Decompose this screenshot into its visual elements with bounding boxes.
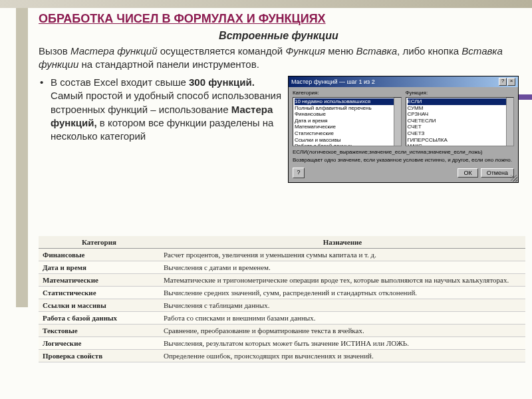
formula-preview: ЕСЛИ(логическое_выражение;значение_если_… bbox=[293, 149, 514, 155]
table-header-category: Категория bbox=[39, 236, 160, 249]
list-item[interactable]: Финансовые bbox=[295, 111, 400, 118]
intro-text: Вызов bbox=[39, 45, 70, 57]
intro-text: меню bbox=[325, 45, 356, 57]
close-icon[interactable]: × bbox=[507, 78, 515, 86]
category-cell: Дата и время bbox=[39, 261, 160, 274]
table-header-purpose: Назначение bbox=[160, 236, 525, 249]
list-item[interactable]: Дата и время bbox=[295, 118, 400, 124]
function-wizard-dialog: Мастер функций — шаг 1 из 2 ? × Категори… bbox=[288, 76, 519, 183]
table-row: Проверка свойствОпределение ошибок, прои… bbox=[39, 350, 525, 362]
list-item[interactable]: ЕСЛИ bbox=[408, 98, 513, 105]
table-row: СтатистическиеВычисление средних значени… bbox=[39, 287, 525, 299]
table-row: ТекстовыеСравнение, преобразование и фор… bbox=[39, 325, 525, 337]
category-cell: Текстовые bbox=[39, 325, 160, 337]
page-title: ОБРАБОТКА ЧИСЕЛ В ФОРМУЛАХ И ФУНКЦИЯХ bbox=[39, 12, 519, 26]
list-item[interactable]: Математические bbox=[295, 124, 400, 130]
decoration-left-stripe bbox=[16, 8, 28, 307]
intro-text: на стандартной панели инструментов. bbox=[78, 59, 259, 70]
cancel-button[interactable]: Отмена bbox=[481, 168, 514, 178]
purpose-cell: Расчет процентов, увеличения и уменьшени… bbox=[160, 249, 525, 261]
intro-emph: Мастера функций bbox=[70, 45, 158, 57]
list-item[interactable]: Работа с базой данных bbox=[295, 143, 400, 146]
list-item[interactable]: ГИПЕРССЫЛКА bbox=[408, 137, 513, 144]
function-label: Функция: bbox=[406, 90, 515, 96]
intro-emph: Функция bbox=[285, 45, 325, 57]
intro-emph: Вставка bbox=[356, 45, 397, 57]
category-cell: Проверка свойств bbox=[39, 350, 160, 362]
list-item[interactable]: СРЗНАЧ bbox=[408, 111, 513, 118]
table-row: ЛогическиеВычисления, результатом которы… bbox=[39, 337, 525, 350]
intro-paragraph: Вызов Мастера функций осуществляется ком… bbox=[39, 45, 519, 70]
table-row: Дата и времяВычисления с датами и времен… bbox=[39, 261, 525, 274]
subtitle: Встроенные функции bbox=[39, 30, 519, 42]
list-item[interactable]: СЧЕТ bbox=[408, 124, 513, 130]
decoration-top-stripe bbox=[0, 0, 532, 8]
category-cell: Статистические bbox=[39, 287, 160, 299]
intro-text: осуществляется командой bbox=[157, 45, 285, 57]
purpose-cell: Вычисления с датами и временем. bbox=[160, 261, 525, 274]
list-item[interactable]: МАКС bbox=[408, 143, 513, 146]
purpose-cell: Работа со списками и внешними базами дан… bbox=[160, 312, 525, 325]
categories-table: Категория Назначение ФинансовыеРасчет пр… bbox=[39, 236, 525, 362]
ok-button[interactable]: ОК bbox=[458, 168, 477, 178]
purpose-cell: Математические и тригонометрические опер… bbox=[160, 274, 525, 287]
list-item[interactable]: Статистические bbox=[295, 130, 400, 137]
help-icon[interactable]: ? bbox=[499, 78, 507, 86]
function-listbox[interactable]: ЕСЛИСУММСРЗНАЧСЧЕТЕСЛИСЧЕТСЧЕТЗГИПЕРССЫЛ… bbox=[406, 97, 515, 146]
category-listbox[interactable]: 10 недавно использовавшихсяПолный алфави… bbox=[293, 97, 402, 146]
list-item[interactable]: Полный алфавитный перечень bbox=[295, 105, 400, 112]
table-row: ФинансовыеРасчет процентов, увеличения и… bbox=[39, 249, 525, 261]
list-item[interactable]: СУММ bbox=[408, 105, 513, 112]
resize-grip-icon[interactable] bbox=[511, 175, 517, 182]
list-item[interactable]: СЧЕТЕСЛИ bbox=[408, 118, 513, 124]
function-description: Возвращает одно значение, если указанное… bbox=[293, 157, 514, 164]
category-cell: Финансовые bbox=[39, 249, 160, 261]
context-help-button[interactable]: ? bbox=[293, 168, 305, 178]
list-item[interactable]: Ссылки и массивы bbox=[295, 137, 400, 144]
purpose-cell: Сравнение, преобразование и форматирован… bbox=[160, 325, 525, 337]
bullet-text: В состав Excel входит свыше 300 функций.… bbox=[39, 76, 283, 183]
scrollbar[interactable] bbox=[394, 98, 401, 146]
category-label: Категория: bbox=[293, 90, 402, 96]
table-row: МатематическиеМатематические и тригономе… bbox=[39, 274, 525, 287]
list-item[interactable]: СЧЕТЗ bbox=[408, 130, 513, 137]
category-cell: Работа с базой данных bbox=[39, 312, 160, 325]
dialog-titlebar[interactable]: Мастер функций — шаг 1 из 2 ? × bbox=[289, 76, 518, 87]
purpose-cell: Вычисления с таблицами данных. bbox=[160, 299, 525, 312]
list-item[interactable]: 10 недавно использовавшихся bbox=[295, 98, 400, 105]
category-cell: Математические bbox=[39, 274, 160, 287]
purpose-cell: Вычисление средних значений, сумм, распр… bbox=[160, 287, 525, 299]
dialog-title-text: Мастер функций — шаг 1 из 2 bbox=[291, 78, 375, 85]
category-cell: Ссылки и массивы bbox=[39, 299, 160, 312]
intro-text: , либо кнопка bbox=[397, 45, 462, 57]
scrollbar[interactable] bbox=[506, 98, 513, 146]
table-row: Ссылки и массивыВычисления с таблицами д… bbox=[39, 299, 525, 312]
table-row: Работа с базой данныхРабота со списками … bbox=[39, 312, 525, 325]
bullet-bold: 300 функций. bbox=[189, 76, 255, 88]
category-cell: Логические bbox=[39, 337, 160, 350]
purpose-cell: Определение ошибок, происходящих при выч… bbox=[160, 350, 525, 362]
purpose-cell: Вычисления, результатом которых может бы… bbox=[160, 337, 525, 350]
bullet-part: В состав Excel входит свыше bbox=[51, 76, 189, 88]
